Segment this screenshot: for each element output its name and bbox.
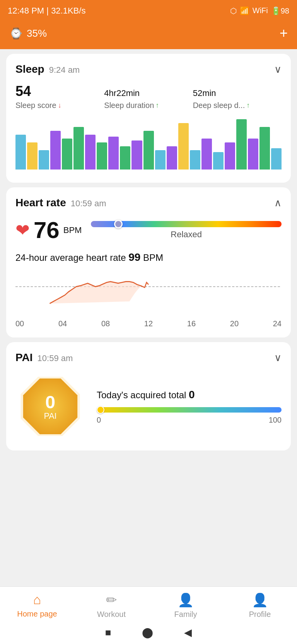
- nav-tab-profile[interactable]: 👤 Profile: [223, 592, 297, 619]
- hr-chart: [15, 270, 282, 316]
- sleep-bar: [62, 139, 72, 170]
- sleep-bar: [120, 146, 130, 170]
- battery-icon: 🔋98: [271, 6, 289, 15]
- hr-status: Relaxed: [91, 230, 282, 240]
- hr-avg-value: 99: [128, 251, 140, 263]
- family-label: Family: [174, 610, 197, 619]
- nav-tab-workout[interactable]: ✏ Workout: [74, 592, 148, 619]
- hr-main: ❤ 76 BPM Relaxed: [15, 217, 282, 243]
- hr-gauge-dot: [114, 220, 123, 228]
- sleep-bar: [225, 142, 235, 170]
- sleep-deep-label: Deep sleep d... ↑: [193, 101, 282, 110]
- pai-text-group: Today's acquired total 0 0 100: [97, 389, 282, 425]
- hr-label-12: 12: [144, 319, 153, 328]
- nav-tab-home[interactable]: ⌂ Home page: [0, 592, 74, 619]
- sleep-bar: [248, 139, 258, 170]
- sleep-bar: [155, 150, 166, 170]
- status-time-network: 12:48 PM | 32.1KB/s: [8, 6, 85, 16]
- sleep-bar: [259, 127, 270, 170]
- home-label: Home page: [17, 610, 57, 618]
- hr-label-24: 24: [273, 319, 282, 328]
- recents-button[interactable]: ◀: [184, 627, 192, 639]
- svg-text:0: 0: [45, 392, 55, 412]
- bluetooth-icon: ⬡: [230, 6, 237, 15]
- nav-tab-family[interactable]: 👤 Family: [148, 592, 223, 619]
- sleep-duration-stat: 4hr22min Sleep duration ↑: [104, 83, 193, 110]
- status-bar: 12:48 PM | 32.1KB/s ⬡ 📶 WiFi 🔋98: [0, 0, 297, 21]
- sleep-bar: [108, 137, 119, 170]
- hr-chart-labels: 00 04 08 12 16 20 24: [15, 319, 282, 328]
- nav-tabs: ⌂ Home page ✏ Workout 👤 Family 👤 Profile: [0, 587, 297, 623]
- sleep-duration-value: 4hr22min: [104, 83, 193, 99]
- sleep-title: Sleep: [15, 63, 44, 75]
- pai-today-label: Today's acquired total 0: [97, 389, 282, 401]
- pai-today-value: 0: [189, 389, 195, 401]
- sleep-bar: [190, 150, 200, 170]
- sleep-bar: [236, 119, 247, 170]
- pai-card: PAI 10:59 am ∨ 0: [6, 342, 291, 450]
- bottom-nav: ⌂ Home page ✏ Workout 👤 Family 👤 Profile…: [0, 586, 297, 644]
- duration-trend-icon: ↑: [155, 101, 159, 110]
- sleep-bar: [213, 152, 224, 170]
- pai-gradient-bar: [97, 407, 282, 413]
- pai-card-header: PAI 10:59 am ∨: [15, 351, 282, 364]
- sleep-time: 9:24 am: [49, 65, 80, 75]
- sleep-stats: 54 Sleep score ↓ 4hr22min Sleep duration…: [15, 83, 282, 110]
- pai-collapse-icon[interactable]: ∨: [274, 352, 282, 364]
- back-button[interactable]: ■: [105, 627, 111, 639]
- home-button[interactable]: ⬤: [142, 627, 153, 639]
- hr-gradient-bar: [91, 221, 282, 227]
- sleep-bar: [97, 142, 107, 170]
- hr-value-group: ❤ 76 BPM: [15, 217, 82, 243]
- watch-info: ⌚ 35%: [9, 27, 47, 40]
- sleep-score-stat: 54 Sleep score ↓: [15, 83, 104, 110]
- sleep-bar: [167, 146, 177, 170]
- hr-gauge-group: Relaxed: [91, 221, 282, 240]
- sleep-times: 4:22 am 9:24 am: [15, 172, 282, 173]
- hr-label-00: 00: [15, 319, 24, 328]
- hr-label-20: 20: [230, 319, 239, 328]
- sleep-bar: [131, 140, 142, 170]
- pai-time: 10:59 am: [38, 353, 73, 363]
- profile-icon: 👤: [252, 592, 268, 608]
- watch-icon: ⌚: [9, 27, 23, 40]
- sleep-deep-value: 52min: [193, 83, 282, 99]
- sleep-bar: [201, 139, 212, 170]
- hr-label-04: 04: [58, 319, 67, 328]
- family-icon: 👤: [178, 592, 194, 608]
- status-icons: ⬡ 📶 WiFi 🔋98: [230, 6, 289, 15]
- sleep-bar: [85, 135, 96, 170]
- hr-label-16: 16: [187, 319, 196, 328]
- sleep-duration-label: Sleep duration ↑: [104, 101, 193, 110]
- pai-octagon: 0 PAI: [15, 372, 85, 441]
- sleep-title-group: Sleep 9:24 am: [15, 63, 80, 75]
- watch-battery: 35%: [27, 27, 47, 39]
- sleep-bars: [15, 119, 282, 170]
- pai-title: PAI: [15, 351, 33, 364]
- score-trend-icon: ↓: [58, 101, 61, 110]
- hr-card-header: Heart rate 10:59 am ∧: [15, 197, 282, 209]
- sleep-score-label: Sleep score ↓: [15, 101, 104, 110]
- hr-bpm-unit: BPM: [63, 225, 82, 235]
- hr-avg-label: 24-hour average heart rate 99 BPM: [15, 251, 282, 264]
- sleep-end-time: 9:24 am: [254, 172, 282, 173]
- sleep-bar: [39, 150, 49, 170]
- pai-content: 0 PAI Today's acquired total 0 0 100: [15, 372, 282, 441]
- sleep-bar: [178, 123, 189, 170]
- sleep-collapse-icon[interactable]: ∨: [274, 63, 282, 75]
- workout-icon: ✏: [106, 592, 117, 608]
- wifi-icon: WiFi: [253, 6, 268, 15]
- system-nav-bar: ■ ⬤ ◀: [0, 623, 297, 644]
- hr-label-08: 08: [101, 319, 110, 328]
- pai-range-max: 100: [269, 416, 282, 425]
- signal-icon: 📶: [240, 6, 249, 15]
- hr-expand-icon[interactable]: ∧: [274, 197, 282, 209]
- sleep-bar: [143, 131, 154, 170]
- pai-range-min: 0: [97, 416, 101, 425]
- sleep-bar: [15, 135, 26, 170]
- hr-bpm-value: 76: [34, 217, 60, 243]
- pai-range: 0 100: [97, 416, 282, 425]
- sleep-start-time: 4:22 am: [15, 172, 43, 173]
- heart-rate-card: Heart rate 10:59 am ∧ ❤ 76 BPM Relaxed 2…: [6, 187, 291, 337]
- add-button[interactable]: +: [280, 25, 288, 41]
